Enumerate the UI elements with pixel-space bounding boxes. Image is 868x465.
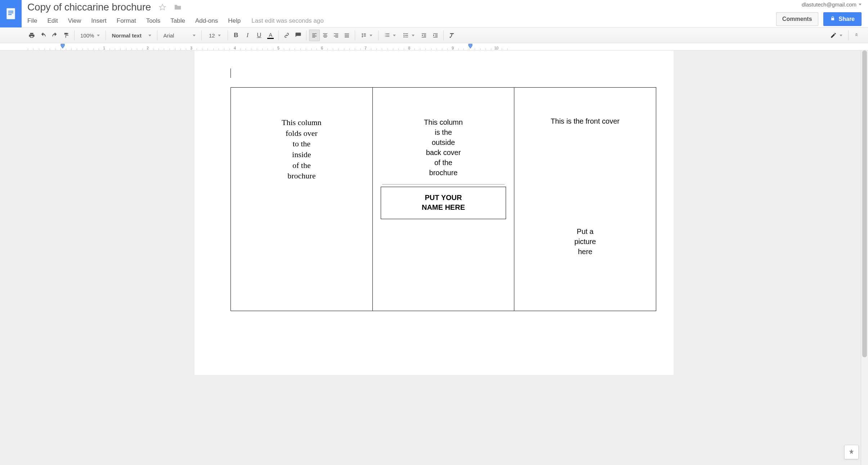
svg-rect-1 [8,11,13,12]
brochure-column-3[interactable]: This is the front cover Put apicturehere [514,88,656,311]
document-title[interactable]: Copy of chiccarine brochure [27,1,151,13]
ruler-tick [300,48,301,50]
divider-line [382,184,505,185]
column-3-heading[interactable]: This is the front cover [522,117,649,125]
scrollbar-thumb[interactable] [862,50,867,357]
column-1-text[interactable]: This columnfolds overto theinsideof theb… [238,117,365,181]
editing-mode-button[interactable] [827,30,846,41]
undo-button[interactable] [37,30,49,41]
account-menu[interactable]: dlastutech@gmail.com [802,1,862,8]
menu-file[interactable]: File [27,15,42,27]
menu-format[interactable]: Format [112,15,141,27]
bulleted-list-button[interactable] [399,30,418,41]
menu-edit[interactable]: Edit [42,15,63,27]
line-spacing-button[interactable] [357,30,376,41]
increase-indent-button[interactable] [430,30,441,41]
ruler-tick [360,48,361,50]
ruler-number: 5 [277,46,279,50]
add-comment-button[interactable] [292,30,304,41]
svg-point-7 [404,36,405,37]
ruler-tick [327,48,328,50]
share-button[interactable]: Share [823,12,862,26]
svg-rect-0 [6,8,15,19]
zoom-dropdown[interactable]: 100% [77,30,103,41]
menu-bar: File Edit View Insert Format Tools Table… [27,14,868,27]
font-family-dropdown[interactable]: Arial [160,30,199,41]
folder-icon[interactable] [174,4,182,11]
picture-placeholder-text[interactable]: Put apicturehere [522,226,649,257]
document-page[interactable]: This columnfolds overto theinsideof theb… [194,50,674,375]
ruler-tick [306,48,306,50]
google-docs-logo[interactable] [0,0,22,27]
ruler-tick [131,48,132,50]
ruler-tick [170,48,170,50]
align-justify-button[interactable] [341,30,352,41]
brochure-table[interactable]: This columnfolds overto theinsideof theb… [231,87,656,311]
ruler-tick [164,48,164,50]
ruler-tick [251,48,251,50]
ruler-tick [437,48,437,50]
document-viewport[interactable]: This columnfolds overto theinsideof theb… [0,50,868,465]
explore-button[interactable] [844,445,859,459]
caret-down-icon [412,35,415,36]
comments-button[interactable]: Comments [776,12,818,26]
ruler-tick [153,48,153,50]
decrease-indent-button[interactable] [418,30,430,41]
text-color-button[interactable]: A [265,30,276,41]
menu-help[interactable]: Help [223,15,246,27]
brochure-column-1[interactable]: This columnfolds overto theinsideof theb… [231,88,373,311]
ruler-tick [382,48,382,50]
last-edit-label[interactable]: Last edit was seconds ago [251,17,323,25]
svg-rect-3 [8,14,12,15]
menu-table[interactable]: Table [165,15,190,27]
caret-down-icon [393,35,396,36]
clear-formatting-button[interactable] [446,30,457,41]
left-indent-marker[interactable] [61,44,65,50]
paint-format-button[interactable] [61,30,72,41]
menu-addons[interactable]: Add-ons [190,15,223,27]
numbered-list-button[interactable] [381,30,399,41]
column-2-text[interactable]: This columnis theoutsideback coverof the… [380,117,507,178]
brochure-column-2[interactable]: This columnis theoutsideback coverof the… [372,88,514,311]
ruler-tick [202,48,202,50]
menu-view[interactable]: View [63,15,86,27]
star-icon[interactable] [159,4,166,11]
vertical-scrollbar[interactable] [861,50,868,465]
toolbar: 100% Normal text Arial 12 B I U A [0,27,868,43]
ruler-tick [61,48,61,50]
insert-link-button[interactable] [281,30,292,41]
ruler-tick [66,48,66,50]
ruler-tick [115,48,115,50]
underline-button[interactable]: U [253,30,265,41]
ruler-number: 4 [234,46,236,50]
collapse-toolbar-button[interactable] [851,30,862,41]
align-right-button[interactable] [331,30,341,41]
caret-down-icon [218,35,221,36]
ruler-tick [388,48,388,50]
ruler-number: 2 [147,46,149,50]
ruler-tick [289,48,290,50]
svg-marker-4 [160,4,166,10]
ruler-tick [44,48,45,50]
text-cursor [231,68,231,78]
menu-tools[interactable]: Tools [141,15,166,27]
caret-down-icon [840,35,842,36]
italic-button[interactable]: I [242,30,253,41]
zoom-value: 100% [80,32,94,39]
paragraph-style-dropdown[interactable]: Normal text [108,30,155,41]
menu-insert[interactable]: Insert [86,15,112,27]
name-placeholder-box[interactable]: PUT YOURNAME HERE [381,187,506,219]
ruler-tick [480,48,480,50]
font-size-dropdown[interactable]: 12 [204,30,225,41]
caret-down-icon [193,35,196,36]
caret-down-icon [148,35,151,36]
bold-button[interactable]: B [230,30,242,41]
ruler-tick [349,48,350,50]
align-center-button[interactable] [320,30,331,41]
ruler-tick [420,48,420,50]
ruler-tick [404,48,404,50]
redo-button[interactable] [49,30,61,41]
align-left-button[interactable] [309,30,320,41]
print-button[interactable] [26,30,37,41]
horizontal-ruler[interactable]: 12345678910 [0,43,868,50]
